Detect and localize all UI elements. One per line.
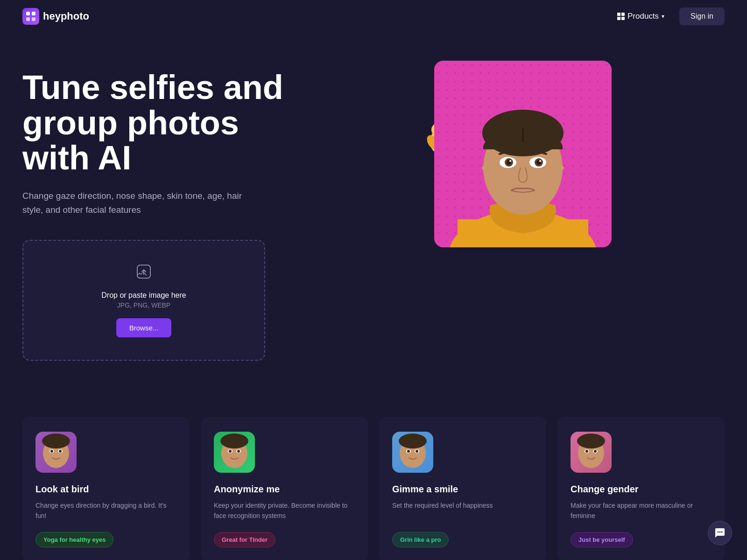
svg-point-46 <box>399 434 427 448</box>
feature-thumbnail-change-gender <box>571 432 612 473</box>
svg-point-59 <box>721 532 723 533</box>
feature-card-anonymize-me[interactable]: Anonymize me Keep your identity private.… <box>201 417 368 560</box>
feature-thumbnail-anonymize-me <box>214 432 255 473</box>
svg-point-58 <box>719 532 721 533</box>
svg-point-50 <box>416 450 418 453</box>
upload-box: Drop or paste image here JPG, PNG, WEBP … <box>22 240 265 361</box>
svg-point-55 <box>585 450 588 453</box>
hero-title-line3: with AI <box>22 139 131 176</box>
feature-desc-gimme-smile: Set the required level of happiness <box>392 500 533 521</box>
navbar: heyphoto Products ▾ Sign in <box>0 0 747 33</box>
feature-card-change-gender[interactable]: Change gender Make your face appear more… <box>557 417 725 560</box>
svg-point-29 <box>509 160 511 162</box>
hero-photo-container <box>425 61 612 257</box>
sign-in-button[interactable]: Sign in <box>679 7 725 25</box>
features-section: Look at bird Change eyes direction by dr… <box>0 398 747 560</box>
feature-desc-anonymize-me: Keep your identity private. Become invis… <box>214 500 355 521</box>
svg-point-40 <box>220 434 248 448</box>
logo-icon <box>22 8 39 25</box>
svg-rect-3 <box>32 17 35 21</box>
svg-point-32 <box>559 166 564 170</box>
feature-thumbnail-gimme-smile <box>392 432 433 473</box>
svg-rect-0 <box>26 12 30 15</box>
svg-point-34 <box>42 434 70 448</box>
svg-point-52 <box>577 434 605 448</box>
hero-title-line1: Tune selfies and <box>22 69 283 106</box>
hero-title: Tune selfies and group photos with AI <box>22 70 284 176</box>
products-button[interactable]: Products ▾ <box>617 12 664 21</box>
hero-title-line2: group photos <box>22 104 239 141</box>
feature-card-look-at-bird[interactable]: Look at bird Change eyes direction by dr… <box>22 417 190 560</box>
svg-point-30 <box>539 160 541 162</box>
thumbnail-face-gimme-smile <box>392 432 433 473</box>
hero-left: Tune selfies and group photos with AI Ch… <box>22 51 284 361</box>
logo-text: heyphoto <box>43 10 89 22</box>
svg-point-43 <box>229 450 232 453</box>
feature-title-change-gender: Change gender <box>571 484 712 495</box>
feature-tag-gimme-smile: Grin like a pro <box>392 532 449 547</box>
feature-title-anonymize-me: Anonymize me <box>214 484 355 495</box>
feature-thumbnail-look-at-bird <box>35 432 77 473</box>
hero-face-photo <box>434 61 612 247</box>
feature-title-look-at-bird: Look at bird <box>35 484 176 495</box>
svg-point-44 <box>237 450 240 453</box>
feature-card-gimme-smile[interactable]: Gimme a smile Set the required level of … <box>379 417 546 560</box>
features-grid: Look at bird Change eyes direction by dr… <box>22 417 725 560</box>
thumbnail-face-change-gender <box>571 432 612 473</box>
feature-title-gimme-smile: Gimme a smile <box>392 484 533 495</box>
feature-tag-change-gender: Just be yourself <box>571 532 633 547</box>
browse-button[interactable]: Browse... <box>116 318 172 337</box>
svg-point-31 <box>482 166 486 170</box>
upload-sub-text: JPG, PNG, WEBP <box>38 301 249 309</box>
chevron-down-icon: ▾ <box>662 13 664 20</box>
feature-desc-change-gender: Make your face appear more masculine or … <box>571 500 712 521</box>
grid-icon <box>617 13 625 20</box>
svg-point-56 <box>594 450 597 453</box>
feature-desc-look-at-bird: Change eyes direction by dragging a bird… <box>35 500 176 521</box>
logo-svg <box>26 11 36 21</box>
nav-right: Products ▾ Sign in <box>617 7 725 25</box>
svg-point-57 <box>718 532 719 533</box>
logo[interactable]: heyphoto <box>22 8 89 25</box>
svg-rect-2 <box>26 17 30 21</box>
upload-main-text: Drop or paste image here <box>38 291 249 300</box>
hero-right <box>312 51 725 257</box>
upload-icon <box>38 263 249 284</box>
hero-subtitle: Change gaze direction, nose shape, skin … <box>22 189 247 217</box>
chat-button[interactable] <box>708 521 732 545</box>
feature-tag-anonymize-me: Great for Tinder <box>214 532 275 547</box>
feature-tag-look-at-bird: Yoga for healthy eyes <box>35 532 113 547</box>
products-label: Products <box>627 12 659 21</box>
hero-section: Tune selfies and group photos with AI Ch… <box>0 33 747 398</box>
svg-rect-1 <box>32 12 35 15</box>
svg-point-37 <box>50 450 53 453</box>
svg-point-38 <box>59 450 62 453</box>
thumbnail-face-anonymize-me <box>214 432 255 473</box>
thumbnail-face-look-at-bird <box>35 432 77 473</box>
svg-point-49 <box>407 450 410 453</box>
